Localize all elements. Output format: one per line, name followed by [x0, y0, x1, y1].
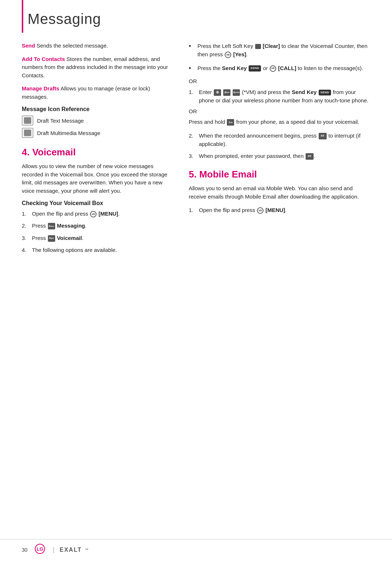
ok-key-step1: ok	[90, 211, 97, 217]
send-paragraph: Send Sends the selected message.	[22, 42, 174, 50]
key-6: 6mno	[233, 89, 240, 96]
bullet-item-2: • Press the Send Key SEND or ok [CALL] t…	[189, 64, 370, 73]
message-icon-ref-heading: Message Icon Reference	[22, 106, 174, 113]
voicemail-step-3: 3. Press 4ghi Voicemail.	[22, 234, 174, 242]
mobile-email-steps: 1. Open the flip and press ok [MENU].	[189, 206, 370, 214]
voicemail-steps-list: 1. Open the flip and press ok [MENU]. 2.…	[22, 209, 174, 254]
lg-logo-text: LG	[35, 544, 48, 556]
page-footer: 30 LG | EXALT ™	[0, 539, 392, 556]
manage-drafts-label: Manage Drafts	[22, 85, 59, 91]
voicemail-section-title: 4. Voicemail	[22, 147, 174, 158]
draft-text-message-item: Draft Text Message	[22, 115, 174, 126]
voicemail-desc: Allows you to view the number of new voi…	[22, 162, 174, 195]
brand-text: EXALT	[60, 547, 82, 553]
send-label: Send	[22, 42, 35, 49]
mobile-email-desc: Allows you to send an email via Mobile W…	[189, 184, 370, 201]
hash-key-step3: ##	[306, 153, 314, 160]
checking-voicemail-heading: Checking Your Voicemail Box	[22, 200, 174, 207]
page-title: Messaging	[28, 11, 370, 27]
mobile-email-section-title: 5. Mobile Email	[189, 169, 370, 180]
mobile-step-1: 1. Open the flip and press ok [MENU].	[189, 206, 370, 214]
draft-text-label: Draft Text Message	[37, 118, 84, 124]
footer-separator: |	[53, 546, 55, 554]
left-accent-bar	[22, 0, 23, 33]
key-4: 4ghi	[48, 235, 55, 242]
left-column: Send Sends the selected message. Add To …	[22, 42, 174, 258]
send-key-badge-bullet2: SEND	[249, 65, 261, 71]
ok-key-mobile: ok	[257, 207, 264, 214]
draft-multimedia-message-item: Draft Multimedia Message	[22, 128, 174, 138]
send-desc: Sends the selected message.	[37, 42, 108, 49]
hash-key-step2: ##	[319, 133, 327, 139]
svg-text:LG: LG	[37, 546, 43, 552]
left-soft-key-icon	[255, 44, 261, 49]
page-number: 30	[22, 547, 28, 553]
send-key-badge-step1: SEND	[319, 90, 331, 95]
page-header: Messaging	[0, 0, 392, 34]
key-1: 1ab	[227, 119, 234, 126]
lg-logo-svg: LG	[35, 544, 48, 554]
step4-text: The following options are available.	[32, 246, 117, 254]
footer-logo: LG | EXALT ™	[35, 544, 89, 556]
draft-multimedia-label: Draft Multimedia Message	[37, 130, 100, 136]
voicemail-step-2: 2. Press 2abc Messaging.	[22, 221, 174, 230]
or-separator-2: OR	[189, 108, 370, 114]
right-column: • Press the Left Soft Key [Clear] to cle…	[189, 42, 370, 258]
key-8: 8tuv	[223, 89, 230, 96]
right-step-2: 2. When the recorded announcement begins…	[189, 131, 370, 148]
manage-drafts-paragraph: Manage Drafts Allows you to manage (eras…	[22, 85, 174, 101]
right-step-3: 3. When prompted, enter your password, t…	[189, 152, 370, 160]
right-numbered-list: 1. Enter ✲ 8tuv 6mno (*VM) and press the…	[189, 88, 370, 105]
right-bullet-list: • Press the Left Soft Key [Clear] to cle…	[189, 42, 370, 73]
press-hold-text: Press and hold 1ab from your phone, as a…	[189, 118, 370, 126]
content-wrapper: Send Sends the selected message. Add To …	[0, 34, 392, 265]
ok-key-bullet1: ok	[225, 52, 231, 58]
voicemail-step-4: 4. The following options are available.	[22, 246, 174, 254]
trademark-symbol: ™	[85, 548, 89, 552]
draft-text-icon	[22, 115, 33, 126]
voicemail-step-1: 1. Open the flip and press ok [MENU].	[22, 209, 174, 218]
right-step-1: 1. Enter ✲ 8tuv 6mno (*VM) and press the…	[189, 88, 370, 105]
right-numbered-list-2: 2. When the recorded announcement begins…	[189, 131, 370, 160]
draft-multimedia-icon-inner	[24, 130, 31, 136]
ok-key-bullet2: ok	[270, 65, 276, 72]
star-key: ✲	[214, 89, 221, 96]
key-2: 2abc	[48, 223, 55, 229]
add-contacts-paragraph: Add To Contacts Stores the number, email…	[22, 55, 174, 80]
add-contacts-label: Add To Contacts	[22, 56, 65, 62]
bullet-item-1: • Press the Left Soft Key [Clear] to cle…	[189, 42, 370, 59]
or-separator-1: OR	[189, 78, 370, 84]
draft-multimedia-icon	[22, 128, 33, 138]
draft-text-icon-inner	[24, 117, 31, 124]
